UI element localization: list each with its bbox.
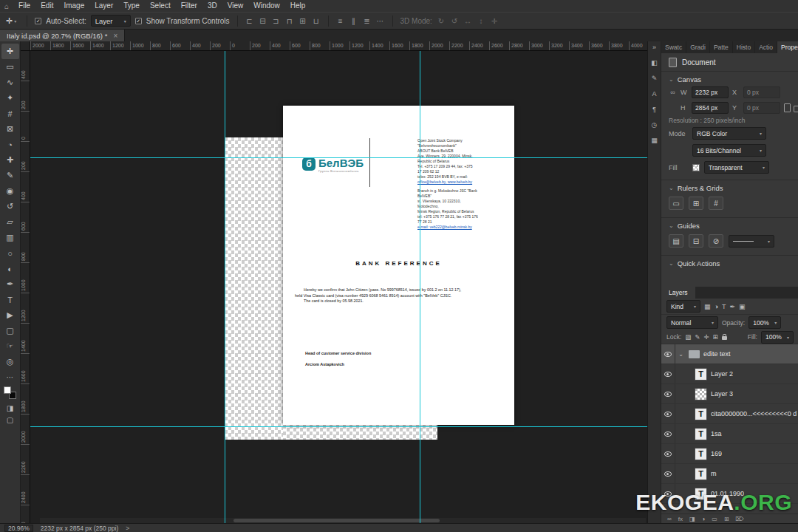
clone-stamp-tool[interactable]: ◉	[1, 183, 19, 199]
quick-mask-icon[interactable]: ◨	[7, 404, 13, 412]
scrollbar-thumb[interactable]	[233, 519, 440, 522]
blend-mode-dropdown[interactable]: Normal ▾	[666, 316, 718, 329]
menu-item[interactable]: Select	[145, 0, 176, 12]
blur-tool[interactable]: ○	[1, 245, 19, 261]
align-center-v-icon[interactable]: ⊞	[299, 17, 307, 25]
panel-tab[interactable]: Swatc	[661, 41, 686, 53]
canvas-viewport[interactable]: б БелВЭБ Группа Внешэкономбанка Open Joi…	[30, 51, 647, 523]
lock-pixels-icon[interactable]: ✎	[695, 333, 700, 341]
menu-item[interactable]: View	[222, 0, 249, 12]
edit-toolbar-icon[interactable]: ⋯	[7, 373, 14, 381]
filter-shape-layers-icon[interactable]: ✒	[729, 303, 735, 310]
screen-mode-icon[interactable]: ▢	[7, 416, 13, 424]
color-swatches[interactable]	[4, 386, 16, 399]
shape-tool[interactable]: ▢	[1, 323, 19, 338]
crop-tool[interactable]: #	[1, 106, 19, 121]
frame-tool[interactable]: ⊠	[1, 121, 19, 137]
patterns-panel-icon[interactable]: ▦	[649, 137, 660, 144]
canvas-area[interactable]: 2000180016001400120010008006004002000200…	[21, 41, 647, 523]
layer-thumbnail[interactable]: T	[695, 448, 707, 460]
panel-tab[interactable]: Gradi	[686, 41, 710, 53]
height-field[interactable]: 2854 px	[692, 102, 729, 114]
portrait-orientation-icon[interactable]	[784, 103, 791, 112]
eraser-tool[interactable]: ▱	[1, 214, 19, 230]
3d-orbit-icon[interactable]: ↻	[437, 17, 446, 25]
auto-select-checkbox[interactable]: ✓	[35, 18, 41, 24]
toggle-grid-icon[interactable]: ⊞	[689, 197, 703, 210]
foreground-color-swatch[interactable]	[4, 386, 11, 394]
history-brush-tool[interactable]: ↺	[1, 199, 19, 214]
layer-row[interactable]: T m	[661, 464, 798, 484]
layer-row[interactable]: ⌄ edite text	[661, 344, 798, 364]
pen-tool[interactable]: ✒	[1, 276, 19, 292]
layer-thumbnail[interactable]	[695, 388, 707, 400]
hand-tool[interactable]: ☞	[1, 338, 19, 354]
align-left-icon[interactable]: ⊏	[245, 17, 254, 25]
layer-name[interactable]: 1sa	[711, 430, 722, 437]
group-expand-icon[interactable]: ⌄	[678, 351, 684, 358]
home-icon[interactable]: ⌂	[4, 2, 9, 10]
3d-roll-icon[interactable]: ↺	[450, 17, 459, 25]
layer-name[interactable]: edite text	[703, 350, 731, 358]
document-dimensions[interactable]: 2232 px x 2854 px (250 ppi)	[41, 525, 118, 532]
quick-actions-section-header[interactable]: ⌄ Quick Actions	[661, 256, 798, 270]
rulers-grids-section-header[interactable]: ⌄ Rulers & Grids	[661, 180, 798, 194]
toggle-rulers-icon[interactable]: ▭	[669, 197, 683, 210]
guides-section-header[interactable]: ⌄ Guides	[661, 218, 798, 232]
layer-name[interactable]: Layer 2	[711, 370, 733, 378]
lock-artboard-icon[interactable]: ⊞	[713, 333, 718, 341]
filter-pixel-layers-icon[interactable]: ▦	[704, 303, 711, 310]
type-tool[interactable]: T	[1, 292, 19, 307]
align-right-icon[interactable]: ⊐	[272, 17, 281, 25]
menu-item[interactable]: Filter	[176, 0, 202, 12]
horizontal-guide[interactable]	[30, 157, 647, 158]
menu-item[interactable]: Image	[58, 0, 89, 12]
menu-item[interactable]: Window	[248, 0, 285, 12]
delete-layer-icon[interactable]: ⌦	[736, 516, 744, 522]
layer-row[interactable]: T 1sa	[661, 424, 798, 444]
layer-visibility-toggle[interactable]	[661, 384, 675, 403]
layer-name[interactable]: 169	[711, 450, 722, 457]
bit-depth-dropdown[interactable]: 16 Bits/Channel ▾	[692, 144, 766, 157]
vertical-guide[interactable]	[225, 51, 225, 523]
marquee-tool[interactable]: ▭	[1, 59, 19, 75]
lock-all-icon[interactable]	[722, 336, 727, 340]
x-field[interactable]: 0 px	[743, 86, 780, 98]
menu-item[interactable]: Layer	[89, 0, 118, 12]
layer-visibility-toggle[interactable]	[661, 344, 675, 364]
horizontal-scrollbar[interactable]	[40, 518, 646, 523]
dodge-tool[interactable]: ◐	[1, 261, 19, 276]
layer-row[interactable]: T cita0000000...<<<<<<<<<0 d	[661, 404, 798, 424]
menu-item[interactable]: Type	[118, 0, 145, 12]
3d-pan-icon[interactable]: ↔	[463, 17, 472, 25]
3d-slide-icon[interactable]: ↕	[477, 17, 485, 25]
filter-type-layers-icon[interactable]: T	[722, 303, 726, 310]
quick-selection-tool[interactable]: ✦	[1, 90, 19, 106]
canvas-section-header[interactable]: ⌄ Canvas	[661, 72, 798, 86]
layer-filter-kind-dropdown[interactable]: Kind ▾	[666, 300, 700, 313]
zoom-tool[interactable]: ◎	[1, 354, 19, 369]
path-selection-tool[interactable]: ▶	[1, 307, 19, 323]
distribute-vertical-icon[interactable]: ≡	[336, 17, 345, 25]
panel-tab[interactable]: Actio	[755, 41, 777, 53]
align-bottom-icon[interactable]: ⊔	[312, 17, 321, 25]
gradient-tool[interactable]: ▥	[1, 230, 19, 245]
new-guide-layout-icon[interactable]: ▤	[669, 234, 683, 248]
menu-item[interactable]: 3D	[202, 0, 222, 12]
panel-tab[interactable]: Histo	[733, 41, 755, 53]
lock-position-icon[interactable]: ✛	[703, 333, 709, 341]
panel-tab[interactable]: Properties	[777, 41, 798, 53]
layer-thumbnail[interactable]: T	[695, 368, 707, 381]
document-tab[interactable]: Italy id.psd @ 20.7% (RGB/16) * ×	[0, 30, 125, 41]
layer-visibility-toggle[interactable]	[661, 424, 675, 443]
link-dimensions-icon[interactable]: ∞	[669, 89, 677, 96]
tab-layers[interactable]: Layers	[661, 287, 695, 299]
status-options-arrow-icon[interactable]: >	[126, 525, 129, 532]
new-layer-icon[interactable]: ⊞	[724, 516, 729, 522]
vertical-guide[interactable]	[420, 51, 420, 523]
color-mode-dropdown[interactable]: RGB Color ▾	[692, 127, 766, 140]
distribute-spacing-icon[interactable]: ≣	[363, 17, 372, 25]
zoom-level-field[interactable]: 20.96%	[4, 525, 33, 532]
auto-select-target-dropdown[interactable]: Layer ▾	[91, 15, 131, 27]
vertical-ruler[interactable]: 4002000200400600800100012001400160018002…	[21, 51, 30, 523]
